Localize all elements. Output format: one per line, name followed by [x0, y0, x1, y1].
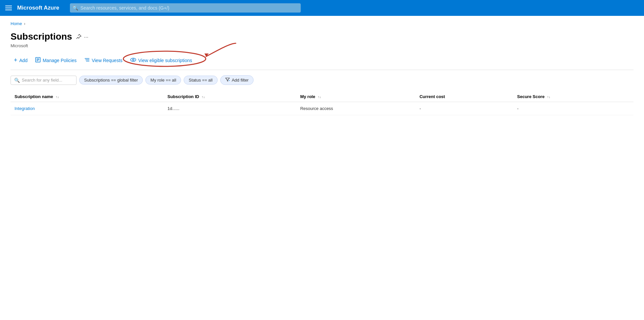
sort-icon-name[interactable]: ↑↓: [56, 95, 59, 99]
global-search-bar: 🔍: [70, 3, 301, 13]
col-header-cost: Current cost: [415, 91, 513, 102]
svg-point-7: [131, 58, 136, 61]
manage-policies-button[interactable]: Manage Policies: [32, 55, 80, 65]
cell-score: -: [513, 102, 633, 115]
add-button[interactable]: + Add: [11, 55, 31, 66]
view-requests-label: View Requests: [92, 58, 122, 63]
main-content: Home › Subscriptions ··· Microsoft + Add: [0, 16, 644, 121]
toolbar: + Add Manage Policies: [11, 55, 633, 66]
search-filter-input[interactable]: [22, 78, 71, 83]
subscriptions-filter-chip[interactable]: Subscriptions == global filter: [79, 76, 143, 85]
view-eligible-wrapper: View eligible subscriptions: [127, 55, 195, 66]
svg-point-8: [133, 59, 134, 61]
cell-role: Resource access: [296, 102, 415, 115]
add-filter-label: Add filter: [232, 78, 249, 83]
hamburger-menu-button[interactable]: [5, 6, 12, 10]
search-filter-icon: 🔍: [14, 78, 20, 83]
subscription-link[interactable]: Integration: [15, 106, 35, 111]
subscriptions-table: Subscription name ↑↓ Subscription ID ↑↓ …: [11, 91, 633, 115]
cell-cost: -: [415, 102, 513, 115]
table-row: Integration 1d...... Resource access - -: [11, 102, 633, 115]
manage-policies-label: Manage Policies: [43, 58, 77, 63]
cell-name: Integration: [11, 102, 164, 115]
view-eligible-button[interactable]: View eligible subscriptions: [127, 55, 195, 66]
page-subtitle: Microsoft: [11, 43, 633, 48]
pin-icon[interactable]: [76, 34, 81, 41]
view-eligible-icon: [130, 57, 136, 64]
col-header-score[interactable]: Secure Score ↑↓: [513, 91, 633, 102]
view-eligible-label: View eligible subscriptions: [138, 58, 192, 63]
sort-icon-role[interactable]: ↑↓: [318, 95, 321, 99]
view-requests-button[interactable]: View Requests: [81, 55, 126, 65]
nav-search-icon: 🔍: [73, 5, 78, 11]
col-header-id[interactable]: Subscription ID ↑↓: [164, 91, 296, 102]
app-title: Microsoft Azure: [17, 5, 59, 11]
status-filter-chip[interactable]: Status == all: [184, 76, 217, 85]
page-title: Subscriptions: [11, 31, 72, 42]
breadcrumb-chevron: ›: [24, 21, 25, 26]
page-header: Subscriptions ···: [11, 31, 633, 42]
filter-row: 🔍 Subscriptions == global filter My role…: [11, 75, 633, 85]
search-filter-wrapper[interactable]: 🔍: [11, 76, 77, 85]
cell-id: 1d......: [164, 102, 296, 115]
my-role-filter-chip[interactable]: My role == all: [145, 76, 181, 85]
more-options-icon[interactable]: ···: [84, 34, 88, 40]
add-filter-button[interactable]: Add filter: [220, 75, 254, 85]
toolbar-area: + Add Manage Policies: [11, 55, 633, 66]
sort-icon-id[interactable]: ↑↓: [202, 95, 205, 99]
add-button-label: Add: [19, 58, 28, 63]
sort-icon-score[interactable]: ↑↓: [547, 95, 550, 99]
manage-policies-icon: [35, 57, 41, 63]
col-header-role[interactable]: My role ↑↓: [296, 91, 415, 102]
view-requests-icon: [84, 57, 90, 63]
top-nav-bar: Microsoft Azure 🔍: [0, 0, 644, 16]
breadcrumb-home-link[interactable]: Home: [11, 21, 22, 26]
table-header: Subscription name ↑↓ Subscription ID ↑↓ …: [11, 91, 633, 102]
col-header-name[interactable]: Subscription name ↑↓: [11, 91, 164, 102]
global-search-input[interactable]: [70, 3, 301, 13]
toolbar-divider: [11, 70, 633, 70]
table-header-row: Subscription name ↑↓ Subscription ID ↑↓ …: [11, 91, 633, 102]
header-actions: ···: [76, 34, 88, 41]
breadcrumb: Home ›: [11, 21, 633, 26]
add-filter-icon: [225, 77, 230, 83]
add-icon: +: [14, 57, 17, 64]
svg-marker-10: [204, 53, 209, 56]
table-body: Integration 1d...... Resource access - -: [11, 102, 633, 115]
